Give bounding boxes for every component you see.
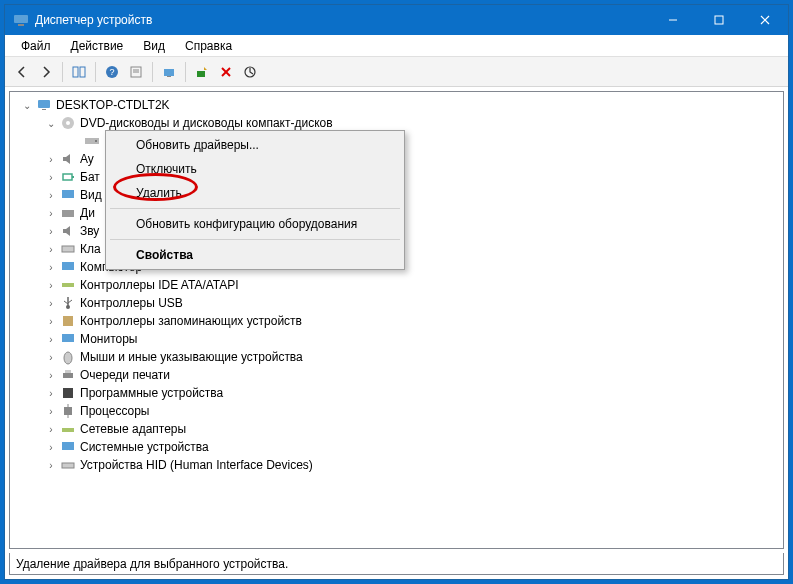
svg-rect-47: [62, 463, 74, 468]
tree-item[interactable]: ›Очереди печати: [10, 366, 783, 384]
menu-delete[interactable]: Удалить: [108, 181, 402, 205]
device-manager-window: Диспетчер устройств Файл Действие Вид Сп…: [4, 4, 789, 580]
tree-item[interactable]: ›Мониторы: [10, 330, 783, 348]
audio-icon: [60, 151, 76, 167]
device-tree[interactable]: ⌄ DESKTOP-CTDLT2K ⌄ DVD-дисководы и диск…: [9, 91, 784, 549]
monitor-icon: [60, 331, 76, 347]
tree-item[interactable]: ›Мыши и иные указывающие устройства: [10, 348, 783, 366]
expand-icon[interactable]: ›: [44, 296, 58, 310]
expand-icon[interactable]: ›: [44, 350, 58, 364]
svg-rect-15: [197, 71, 205, 77]
expand-icon[interactable]: ›: [44, 260, 58, 274]
tree-item[interactable]: ›Программные устройства: [10, 384, 783, 402]
disc-icon: [60, 115, 76, 131]
expand-icon[interactable]: ›: [44, 422, 58, 436]
expand-icon[interactable]: ›: [44, 332, 58, 346]
back-button[interactable]: [11, 61, 33, 83]
usb-icon: [60, 295, 76, 311]
svg-rect-42: [64, 407, 72, 415]
svg-rect-27: [62, 190, 74, 198]
expand-icon[interactable]: ›: [44, 188, 58, 202]
menu-help[interactable]: Справка: [175, 37, 242, 55]
statusbar: Удаление драйвера для выбранного устройс…: [9, 553, 784, 575]
tree-item[interactable]: ›Контроллеры запоминающих устройств: [10, 312, 783, 330]
expand-icon[interactable]: ›: [44, 386, 58, 400]
menubar: Файл Действие Вид Справка: [5, 35, 788, 57]
update-driver-button[interactable]: [191, 61, 213, 83]
menu-separator: [110, 239, 400, 240]
properties-button[interactable]: [125, 61, 147, 83]
tree-item[interactable]: ›Процессоры: [10, 402, 783, 420]
ide-icon: [60, 277, 76, 293]
svg-rect-13: [164, 69, 174, 76]
svg-rect-1: [18, 24, 24, 26]
battery-icon: [60, 169, 76, 185]
menu-separator: [110, 208, 400, 209]
uninstall-button[interactable]: [215, 61, 237, 83]
expand-icon[interactable]: ›: [44, 152, 58, 166]
menu-rescan[interactable]: Обновить конфигурацию оборудования: [108, 212, 402, 236]
svg-rect-31: [62, 283, 74, 287]
expand-icon[interactable]: ›: [44, 170, 58, 184]
expand-icon[interactable]: ›: [44, 242, 58, 256]
window-title: Диспетчер устройств: [35, 13, 650, 27]
computer-icon: [60, 259, 76, 275]
expand-icon[interactable]: ›: [44, 440, 58, 454]
disable-button[interactable]: [239, 61, 261, 83]
scan-hardware-button[interactable]: [158, 61, 180, 83]
tree-item[interactable]: ›Системные устройства: [10, 438, 783, 456]
tree-item[interactable]: ›Контроллеры USB: [10, 294, 783, 312]
svg-point-22: [66, 121, 70, 125]
computer-icon: [36, 97, 52, 113]
menu-action[interactable]: Действие: [61, 37, 134, 55]
menu-view[interactable]: Вид: [133, 37, 175, 55]
svg-rect-37: [62, 334, 74, 342]
show-hide-tree-button[interactable]: [68, 61, 90, 83]
svg-rect-45: [62, 428, 74, 432]
expand-icon[interactable]: ›: [44, 206, 58, 220]
menu-properties[interactable]: Свойства: [108, 243, 402, 267]
menu-file[interactable]: Файл: [11, 37, 61, 55]
expand-icon[interactable]: ›: [44, 278, 58, 292]
sound-icon: [60, 223, 76, 239]
expand-icon[interactable]: ›: [44, 458, 58, 472]
svg-rect-28: [62, 210, 74, 217]
tree-item[interactable]: ›Сетевые адаптеры: [10, 420, 783, 438]
system-icon: [60, 439, 76, 455]
expand-icon[interactable]: ⌄: [20, 98, 34, 112]
tree-root[interactable]: ⌄ DESKTOP-CTDLT2K: [10, 96, 783, 114]
svg-rect-40: [65, 370, 71, 373]
svg-rect-29: [62, 246, 74, 252]
forward-button[interactable]: [35, 61, 57, 83]
expand-icon[interactable]: ›: [44, 404, 58, 418]
svg-rect-6: [73, 67, 78, 77]
hid-icon: [60, 457, 76, 473]
tree-item[interactable]: ›Устройства HID (Human Interface Devices…: [10, 456, 783, 474]
printer-icon: [60, 367, 76, 383]
svg-rect-19: [38, 100, 50, 108]
menu-update-drivers[interactable]: Обновить драйверы...: [108, 133, 402, 157]
expand-icon[interactable]: ⌄: [44, 116, 58, 130]
svg-rect-26: [72, 176, 74, 178]
help-button[interactable]: ?: [101, 61, 123, 83]
app-icon: [13, 12, 29, 28]
tree-item[interactable]: ›Контроллеры IDE ATA/ATAPI: [10, 276, 783, 294]
mouse-icon: [60, 349, 76, 365]
toolbar: ?: [5, 57, 788, 87]
titlebar: Диспетчер устройств: [5, 5, 788, 35]
close-button[interactable]: [742, 5, 788, 35]
expand-icon[interactable]: ›: [44, 368, 58, 382]
svg-point-24: [95, 140, 97, 142]
svg-rect-41: [63, 388, 73, 398]
minimize-button[interactable]: [650, 5, 696, 35]
drive-icon: [84, 133, 100, 149]
svg-rect-0: [14, 15, 28, 23]
expand-icon[interactable]: ›: [44, 224, 58, 238]
svg-point-38: [64, 352, 72, 364]
menu-disable[interactable]: Отключить: [108, 157, 402, 181]
svg-text:?: ?: [109, 67, 114, 77]
expand-icon[interactable]: ›: [44, 314, 58, 328]
svg-rect-3: [715, 16, 723, 24]
maximize-button[interactable]: [696, 5, 742, 35]
keyboard-icon: [60, 241, 76, 257]
